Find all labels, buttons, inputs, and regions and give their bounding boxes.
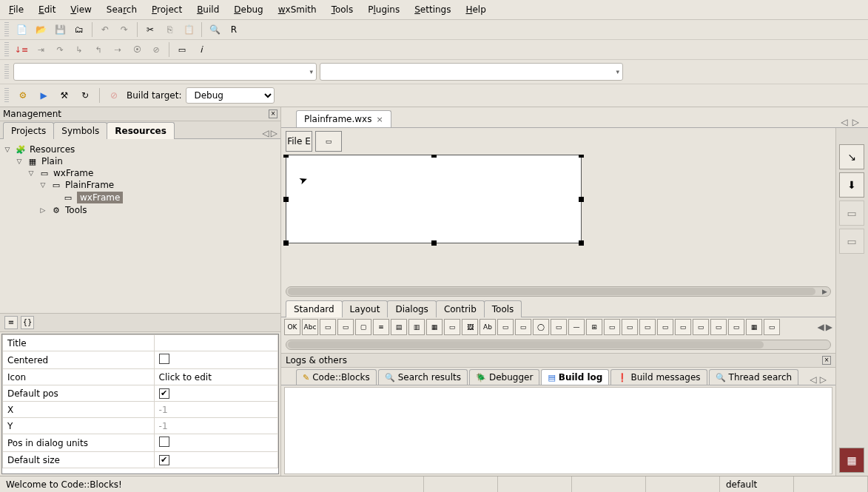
run-button[interactable]: [36, 87, 52, 104]
build-target-select[interactable]: Debug: [186, 87, 275, 104]
palette-widget-19[interactable]: ▭: [622, 319, 638, 335]
palette-widget-24[interactable]: ▭: [710, 319, 727, 335]
palette-widget-16[interactable]: —: [568, 319, 585, 335]
save-all-button[interactable]: [71, 21, 87, 38]
resize-handle[interactable]: [579, 155, 584, 158]
resize-handle[interactable]: [431, 155, 437, 158]
debug-window-button[interactable]: ▭: [174, 41, 190, 58]
tree-tools[interactable]: ▷⚙Tools: [3, 204, 277, 216]
find-button[interactable]: [206, 21, 223, 38]
palette-widget-17[interactable]: ⊞: [586, 319, 602, 335]
redo-button[interactable]: [116, 21, 132, 38]
close-button[interactable]: ×: [269, 109, 277, 118]
prop-view-list[interactable]: ≡: [4, 316, 18, 329]
toolbar-grip[interactable]: [4, 22, 9, 37]
prop-value[interactable]: [154, 335, 277, 351]
debug-step-button[interactable]: ↳: [71, 41, 87, 58]
debug-break-button[interactable]: ⦿: [129, 41, 145, 58]
tab-prev[interactable]: ◁: [841, 117, 848, 127]
scope-combo-1[interactable]: ▾: [13, 63, 317, 81]
tab-resources[interactable]: Resources: [107, 122, 175, 139]
toolbar-grip[interactable]: [4, 88, 9, 103]
menu-build[interactable]: Build: [192, 3, 223, 16]
palette-widget-4[interactable]: ▢: [355, 319, 371, 335]
save-button[interactable]: [52, 21, 68, 38]
editor-tab-plainframe[interactable]: Plainframe.wxs ×: [296, 110, 391, 127]
palette-widget-25[interactable]: ▭: [728, 319, 744, 335]
palette-widget-23[interactable]: ▭: [693, 319, 709, 335]
replace-button[interactable]: [226, 21, 242, 38]
build-run-button[interactable]: [56, 87, 73, 104]
prop-view-events[interactable]: {}: [21, 316, 34, 329]
debug-continue-button[interactable]: ⇥: [33, 41, 49, 58]
log-tab-debugger[interactable]: Debugger: [469, 369, 539, 385]
designer-canvas[interactable]: ➤: [281, 155, 835, 283]
palette-widget-18[interactable]: ▭: [604, 319, 620, 335]
prop-value[interactable]: ✔: [154, 385, 277, 402]
debug-run-button[interactable]: ↓≡: [13, 41, 30, 58]
frame-preview[interactable]: [286, 155, 582, 243]
insert-into-button[interactable]: ↘: [839, 144, 864, 169]
tree-plainframe[interactable]: ▽▭PlainFrame: [3, 179, 277, 191]
menu-search[interactable]: Search: [102, 3, 141, 16]
cut-button[interactable]: [142, 21, 158, 38]
new-file-button[interactable]: [13, 21, 30, 38]
palette-tab-layout[interactable]: Layout: [342, 300, 388, 317]
menu-file[interactable]: File: [4, 3, 28, 16]
open-button[interactable]: [33, 21, 49, 38]
build-log-output[interactable]: [284, 387, 832, 474]
tab-next[interactable]: ▷: [820, 374, 827, 385]
palette-tab-standard[interactable]: Standard: [286, 300, 343, 317]
resize-handle[interactable]: [283, 240, 289, 246]
tab-next[interactable]: ▷: [271, 128, 277, 138]
palette-widget-20[interactable]: ▭: [639, 319, 656, 335]
insert-before-button[interactable]: ⬇: [839, 172, 864, 198]
close-tab-button[interactable]: ×: [376, 115, 383, 124]
abort-button[interactable]: [106, 87, 122, 104]
menu-edit[interactable]: Edit: [34, 3, 60, 16]
menu-project[interactable]: Project: [147, 3, 186, 16]
tab-projects[interactable]: Projects: [3, 122, 54, 139]
form-menu-button[interactable]: File E: [286, 131, 312, 152]
tree-wxframe[interactable]: ▽▭wxFrame: [3, 167, 277, 179]
undo-button[interactable]: [97, 21, 113, 38]
preview-button[interactable]: ▦: [839, 448, 864, 473]
checkbox[interactable]: [159, 437, 169, 447]
resize-handle[interactable]: [579, 240, 584, 246]
h-scrollbar[interactable]: ▶: [286, 286, 831, 297]
close-button[interactable]: ×: [822, 356, 831, 365]
prop-value[interactable]: [154, 351, 277, 369]
prop-value[interactable]: [154, 434, 277, 452]
palette-next[interactable]: ▶: [826, 322, 832, 332]
menu-view[interactable]: View: [66, 3, 95, 16]
palette-widget-22[interactable]: ▭: [675, 319, 691, 335]
menu-help[interactable]: Help: [461, 3, 490, 16]
toolbar-grip[interactable]: [4, 42, 9, 57]
palette-widget-5[interactable]: ≡: [373, 319, 389, 335]
rebuild-button[interactable]: [77, 87, 93, 104]
palette-widget-0[interactable]: OK: [284, 319, 300, 335]
resize-handle[interactable]: [431, 240, 437, 246]
palette-widget-21[interactable]: ▭: [657, 319, 673, 335]
menu-plugins[interactable]: Plugins: [363, 3, 404, 16]
palette-widget-3[interactable]: ▭: [337, 319, 354, 335]
resize-handle[interactable]: [579, 197, 584, 202]
toolbar-grip[interactable]: [4, 64, 9, 79]
log-tab-codeblocks[interactable]: Code::Blocks: [296, 369, 377, 385]
palette-widget-13[interactable]: ▭: [515, 319, 531, 335]
palette-widget-8[interactable]: ▦: [426, 319, 443, 335]
checkbox[interactable]: ✔: [159, 388, 169, 399]
tab-prev[interactable]: ◁: [810, 374, 817, 385]
insert-after-button[interactable]: ▭: [839, 200, 864, 226]
palette-tab-tools[interactable]: Tools: [484, 300, 522, 317]
resize-handle[interactable]: [283, 155, 289, 158]
palette-widget-7[interactable]: ▥: [408, 319, 425, 335]
log-tab-buildmsg[interactable]: Build messages: [610, 369, 707, 385]
palette-scrollbar[interactable]: [286, 340, 831, 350]
palette-widget-1[interactable]: Abc: [302, 319, 318, 335]
tab-prev[interactable]: ◁: [263, 128, 269, 138]
log-tab-buildlog[interactable]: Build log: [541, 369, 609, 385]
debug-info-button[interactable]: i: [193, 41, 209, 58]
palette-widget-10[interactable]: 🖼: [462, 319, 478, 335]
palette-tab-dialogs[interactable]: Dialogs: [387, 300, 436, 317]
